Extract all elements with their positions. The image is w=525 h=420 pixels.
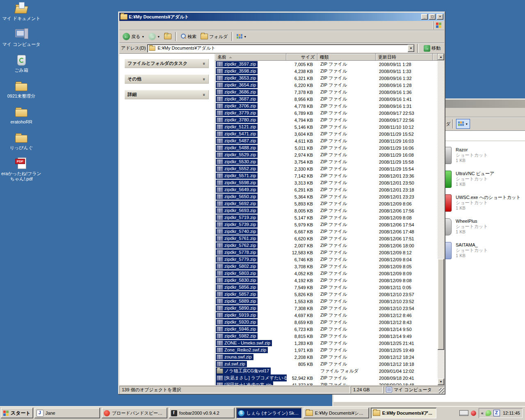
taskbar-button[interactable]: foobar2000 v0.9.4.2 bbox=[169, 408, 235, 418]
file-name-selected[interactable]: zipdkr_5802.zip bbox=[216, 263, 258, 269]
table-row[interactable]: zul.swf.zip 805 KB ZIP ファイル 2008/12/12 1… bbox=[215, 361, 438, 368]
table-row[interactable]: zipdkr_3706.zip 4,778 KB ZIP ファイル 2008/0… bbox=[215, 103, 438, 110]
menu-item[interactable] bbox=[146, 24, 152, 27]
start-button[interactable]: スタート bbox=[1, 408, 33, 418]
file-name-selected[interactable]: zipdkr_5487.zip bbox=[216, 138, 258, 144]
file-name-selected[interactable]: zipdkr_3654.zip bbox=[216, 82, 258, 88]
file-name-selected[interactable]: [矢凪まさし] ラブコメすたいる vo... bbox=[216, 374, 287, 381]
keyboard-icon[interactable] bbox=[459, 410, 468, 416]
collapse-chevron-icon[interactable] bbox=[481, 411, 484, 415]
file-name-selected[interactable]: zipdkr_5571.zip bbox=[216, 173, 258, 179]
resize-grip[interactable] bbox=[439, 388, 444, 393]
folders-button[interactable]: フォルダ bbox=[199, 32, 229, 41]
table-row[interactable]: zipdkr_5889.zip 1,553 KB ZIP ファイル 2008/1… bbox=[215, 298, 438, 305]
file-name-selected[interactable]: zipdkr_5761.zip bbox=[216, 235, 258, 242]
file-name-selected[interactable]: zipdkr_3780.zip bbox=[216, 117, 258, 123]
menu-item[interactable] bbox=[119, 24, 126, 27]
taskbar-button[interactable]: Jane bbox=[34, 408, 100, 418]
address-combo[interactable]: ▼ bbox=[147, 44, 414, 52]
table-row[interactable]: zipdkr_5946.zip 6,723 KB ZIP ファイル 2008/1… bbox=[215, 326, 438, 333]
shortcut-tile[interactable]: WheelPlus ショートカット 1 KB bbox=[437, 218, 525, 235]
up-button[interactable] bbox=[162, 32, 173, 41]
address-input[interactable] bbox=[158, 46, 406, 51]
table-row[interactable]: Zone_Reiko2.swf.zip 1,971 KB ZIP ファイル 20… bbox=[215, 347, 438, 354]
file-name-selected[interactable]: zipdkr_5856.zip bbox=[216, 284, 258, 290]
table-row[interactable]: zipdkr_5571.zip 7,142 KB ZIP ファイル 2008/1… bbox=[215, 172, 438, 179]
table-row[interactable]: zipdkr_3780.zip 4,794 KB ZIP ファイル 2008/0… bbox=[215, 116, 438, 123]
table-row[interactable]: zipdkr_5121.zip 5,146 KB ZIP ファイル 2008/1… bbox=[215, 123, 438, 130]
column-header-type[interactable]: 種類 bbox=[317, 54, 376, 61]
file-name-selected[interactable]: zipdkr_3686.zip bbox=[216, 89, 258, 95]
shortcut-tile[interactable]: UltraVNC ビューア ショートカット 1 KB bbox=[437, 171, 525, 188]
file-name-selected[interactable]: zipdkr_5803.zip bbox=[216, 270, 258, 276]
table-row[interactable]: zipdkr_5552.zip 2,330 KB ZIP ファイル 2008/1… bbox=[215, 165, 438, 172]
table-row[interactable]: ZONE - Umeko.swf.zip 1,283 KB ZIP ファイル 2… bbox=[215, 340, 438, 347]
desktop-icon[interactable]: 0921未整理分 bbox=[0, 79, 43, 99]
pin-icon[interactable] bbox=[471, 411, 476, 416]
table-row[interactable]: zipdkr_5830.zip 4,192 KB ZIP ファイル 2008/1… bbox=[215, 277, 438, 284]
file-name-selected[interactable]: zouna.swf.zip bbox=[216, 354, 253, 360]
desktop-icon[interactable]: ごみ箱 bbox=[0, 53, 43, 73]
file-name-selected[interactable]: Zone_Reiko2.swf.zip bbox=[216, 347, 268, 353]
file-name-selected[interactable]: zipdkr_5529.zip bbox=[216, 152, 258, 158]
scroll-down-icon[interactable]: ▼ bbox=[438, 379, 444, 385]
desktop-icon[interactable]: eratohoRR bbox=[0, 105, 43, 125]
column-header-date[interactable]: 更新日時 bbox=[376, 54, 433, 61]
explorer-window[interactable]: E:¥My Documents¥アダルト _ □ × ← 戻る ▼ → ▼ 検索… bbox=[118, 11, 445, 395]
desktop-icon[interactable]: マイ コンピュータ bbox=[0, 27, 43, 47]
file-name-selected[interactable]: zipdkr_5920.zip bbox=[216, 319, 258, 325]
table-row[interactable]: zipdkr_5471.zip 3,604 KB ZIP ファイル 2008/1… bbox=[215, 130, 438, 137]
views-button[interactable]: ▼ bbox=[456, 119, 470, 129]
table-row[interactable]: zipdkr_5920.zip 8,659 KB ZIP ファイル 2008/1… bbox=[215, 319, 438, 326]
shortcut-tile[interactable]: Razor ショートカット 1 KB bbox=[437, 147, 525, 164]
table-row[interactable]: zipdkr_5982.zip 8,815 KB ZIP ファイル 2008/1… bbox=[215, 333, 438, 340]
shortcut-tile[interactable]: UWSC.exe へのショートカット ショートカット 1 KB bbox=[437, 194, 525, 212]
file-name-selected[interactable]: zipdkr_5830.zip bbox=[216, 277, 258, 283]
scrollbar-thumb[interactable] bbox=[438, 259, 444, 350]
file-name-selected[interactable]: zipdkr_3653.zip bbox=[216, 75, 258, 81]
file-name-selected[interactable]: zipdkr_5739.zip bbox=[216, 221, 258, 228]
column-header-name[interactable]: 名前 bbox=[215, 54, 286, 61]
file-name-selected[interactable]: zipdkr_5649.zip bbox=[216, 187, 258, 193]
file-name-selected[interactable]: ZONE - Umeko.swf.zip bbox=[216, 340, 272, 346]
search-button[interactable]: 検索 bbox=[179, 32, 198, 41]
file-name-selected[interactable]: zipdkr_5471.zip bbox=[216, 131, 258, 137]
file-name-selected[interactable]: zipdkr_3779.zip bbox=[216, 110, 258, 116]
shortcut-tile[interactable]: SAITAMA_ ショートカット 1 KB bbox=[437, 242, 525, 259]
task-pane-header[interactable]: ファイルとフォルダのタスク bbox=[124, 59, 209, 68]
address-dropdown-button[interactable]: ▼ bbox=[408, 45, 414, 52]
maximize-button[interactable]: □ bbox=[429, 14, 436, 20]
menu-item[interactable] bbox=[152, 24, 159, 27]
file-name-selected[interactable]: zipdkr_5982.zip bbox=[216, 333, 258, 339]
file-name-selected[interactable]: zipdkr_3706.zip bbox=[216, 103, 258, 109]
table-row[interactable]: zipdkr_3686.zip 7,378 KB ZIP ファイル 2008/0… bbox=[215, 89, 438, 96]
table-row[interactable]: zipdkr_5529.zip 2,974 KB ZIP ファイル 2008/1… bbox=[215, 151, 438, 158]
go-button[interactable]: → 移動 bbox=[422, 44, 443, 53]
file-name-selected[interactable]: zipdkr_3598.zip bbox=[216, 68, 258, 74]
file-name-selected[interactable]: zipdkr_5740.zip bbox=[216, 228, 258, 235]
file-name-selected[interactable]: zipdkr_5598.zip bbox=[216, 180, 258, 186]
file-name-selected[interactable]: zipdkr_3597.zip bbox=[216, 61, 258, 67]
table-row[interactable]: zipdkr_3653.zip 6,321 KB ZIP ファイル 2008/0… bbox=[215, 75, 438, 82]
file-name-selected[interactable]: zipdkr_5889.zip bbox=[216, 298, 258, 304]
scroll-up-icon[interactable]: ▲ bbox=[438, 54, 444, 60]
file-name-selected[interactable]: zipdkr_5857.zip bbox=[216, 291, 258, 297]
table-row[interactable]: zipdkr_5778.zip 12,583 KB ZIP ファイル 2008/… bbox=[215, 249, 438, 256]
table-row[interactable]: zipdkr_5692.zip 5,893 KB ZIP ファイル 2008/1… bbox=[215, 200, 438, 207]
column-header-size[interactable]: サイズ bbox=[286, 54, 317, 61]
file-name-selected[interactable]: zipdkr_5530.zip bbox=[216, 159, 258, 165]
table-row[interactable]: zipdkr_5803.zip 4,052 KB ZIP ファイル 2008/1… bbox=[215, 270, 438, 277]
file-name-selected[interactable]: zul.swf.zip bbox=[216, 361, 247, 367]
taskbar-button[interactable]: E:¥My Documents¥ア... bbox=[371, 408, 436, 418]
table-row[interactable]: zipdkr_5488.zip 5,011 KB ZIP ファイル 2008/1… bbox=[215, 144, 438, 151]
table-row[interactable]: zipdkr_5598.zip 3,313 KB ZIP ファイル 2008/1… bbox=[215, 179, 438, 186]
table-row[interactable]: zipdkr_3597.zip 7,005 KB ZIP ファイル 2008/0… bbox=[215, 61, 438, 68]
table-row[interactable]: zipdkr_5802.zip 3,708 KB ZIP ファイル 2008/1… bbox=[215, 263, 438, 270]
file-name-selected[interactable]: zipdkr_3687.zip bbox=[216, 96, 258, 102]
file-name-selected[interactable]: zipdkr_5778.zip bbox=[216, 249, 258, 256]
table-row[interactable]: zipdkr_5857.zip 5,826 KB ZIP ファイル 2008/1… bbox=[215, 291, 438, 298]
table-row[interactable]: zipdkr_3598.zip 4,238 KB ZIP ファイル 2008/0… bbox=[215, 68, 438, 75]
table-row[interactable]: [矢凪まさし] ラブコメすたいる vo... 52,942 KB ZIP ファイ… bbox=[215, 374, 438, 381]
taskbar-button[interactable]: ブロードバンドスピードテス... bbox=[102, 408, 167, 418]
views-button[interactable]: ▼ bbox=[235, 32, 248, 41]
